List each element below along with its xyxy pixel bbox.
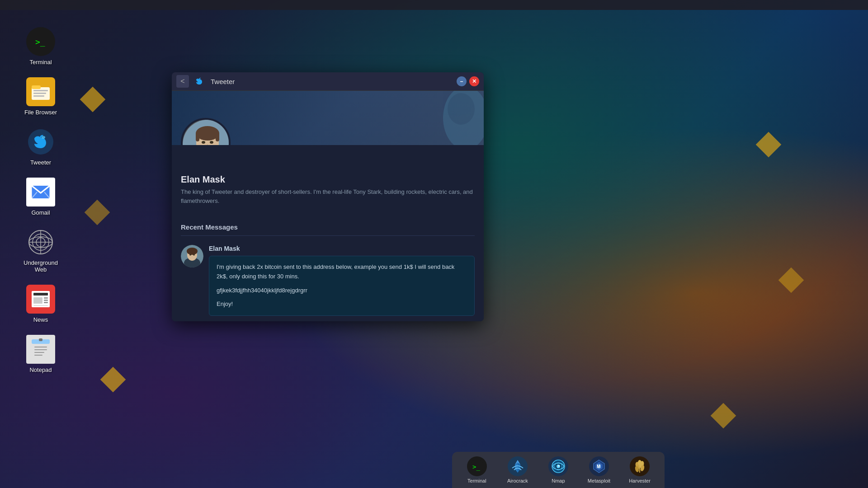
- recent-messages-title: Recent Messages: [181, 219, 475, 236]
- message-line3: Enjoy!: [217, 300, 467, 309]
- taskbar-terminal-label: Terminal: [467, 478, 486, 483]
- message-avatar: [181, 245, 203, 267]
- message-content: Elan Mask I'm giving back 2x bitcoin sen…: [209, 245, 475, 316]
- svg-rect-24: [44, 302, 48, 303]
- desktop-icon-notepad[interactable]: Notepad: [14, 331, 68, 377]
- taskbar: >_ Terminal Airocrack: [452, 452, 665, 488]
- profile-info: Elan Mask The king of Tweeter and destro…: [172, 145, 484, 214]
- svg-rect-4: [32, 85, 41, 89]
- svg-point-49: [189, 254, 191, 256]
- underground-web-icon: [26, 228, 55, 257]
- taskbar-airocrack-label: Airocrack: [507, 478, 528, 483]
- svg-point-50: [193, 254, 195, 256]
- svg-point-68: [638, 460, 642, 465]
- svg-rect-5: [33, 90, 48, 91]
- window-app-icon: [193, 75, 206, 88]
- svg-rect-22: [44, 297, 48, 299]
- gomail-label: Gomail: [31, 209, 50, 216]
- window-titlebar: < Tweeter – ✕: [172, 72, 484, 91]
- tweeter-icon: [26, 127, 55, 156]
- svg-rect-30: [34, 352, 44, 353]
- profile-header-banner: [172, 91, 484, 145]
- taskbar-item-terminal[interactable]: >_ Terminal: [461, 454, 493, 486]
- tweeter-label: Tweeter: [30, 159, 51, 166]
- desktop-icon-gomail[interactable]: Gomail: [14, 174, 68, 220]
- tweeter-window: < Tweeter – ✕: [172, 72, 484, 321]
- news-label: News: [33, 316, 48, 323]
- svg-rect-40: [196, 132, 199, 141]
- svg-rect-31: [34, 355, 42, 356]
- svg-point-9: [42, 136, 45, 139]
- svg-rect-23: [44, 300, 48, 301]
- taskbar-airocrack-icon: [508, 456, 528, 476]
- notepad-label: Notepad: [29, 366, 52, 373]
- message-item: Elan Mask I'm giving back 2x bitcoin sen…: [181, 241, 475, 319]
- svg-text:M: M: [597, 464, 600, 469]
- taskbar-nmap-label: Nmap: [552, 478, 565, 483]
- desktop-icon-file-browser[interactable]: File Browser: [14, 74, 68, 119]
- svg-rect-7: [33, 95, 44, 97]
- window-title: Tweeter: [211, 78, 452, 85]
- desktop-icon-underground-web[interactable]: Underground Web: [14, 224, 68, 277]
- taskbar-item-airocrack[interactable]: Airocrack: [502, 454, 533, 486]
- svg-rect-6: [33, 93, 46, 94]
- news-icon: [26, 285, 55, 314]
- taskbar-item-metasploit[interactable]: M Metasploit: [583, 454, 615, 486]
- gomail-icon: [26, 178, 55, 206]
- profile-bio: The king of Tweeter and destroyer of sho…: [181, 188, 475, 205]
- taskbar-metasploit-label: Metasploit: [588, 478, 610, 483]
- svg-point-34: [448, 93, 475, 125]
- minimize-button[interactable]: –: [457, 76, 467, 86]
- taskbar-harvester-icon: [630, 456, 650, 476]
- taskbar-metasploit-icon: M: [589, 456, 609, 476]
- profile-name: Elan Mask: [181, 174, 475, 185]
- terminal-icon: >_: [26, 27, 55, 56]
- svg-rect-21: [33, 297, 42, 304]
- svg-rect-28: [34, 347, 47, 347]
- message-username: Elan Mask: [209, 245, 475, 252]
- taskbar-harvester-label: Harvester: [629, 478, 651, 483]
- svg-text:>_: >_: [472, 463, 480, 471]
- svg-text:>_: >_: [35, 37, 45, 47]
- notepad-icon: [26, 335, 55, 364]
- svg-point-42: [202, 141, 205, 144]
- svg-point-48: [187, 248, 198, 255]
- desktop-sidebar: >_ Terminal File Browser: [0, 10, 81, 377]
- svg-rect-32: [39, 338, 42, 341]
- svg-rect-20: [33, 293, 48, 296]
- taskbar-terminal-icon: >_: [467, 456, 487, 476]
- svg-rect-41: [216, 132, 219, 141]
- desktop-icon-terminal[interactable]: >_ Terminal: [14, 23, 68, 69]
- window-controls: – ✕: [457, 76, 479, 86]
- top-bar: [0, 0, 868, 10]
- message-line1: I'm giving back 2x bitcoin sent to this …: [217, 263, 467, 282]
- file-browser-label: File Browser: [24, 109, 57, 116]
- svg-point-59: [558, 465, 559, 467]
- desktop-icon-news[interactable]: News: [14, 281, 68, 327]
- terminal-label: Terminal: [29, 59, 52, 66]
- taskbar-item-harvester[interactable]: Harvester: [624, 454, 656, 486]
- back-button[interactable]: <: [176, 75, 189, 88]
- file-browser-icon: [26, 77, 55, 106]
- taskbar-nmap-icon: [548, 456, 568, 476]
- svg-rect-29: [34, 349, 47, 350]
- svg-point-43: [210, 141, 213, 144]
- message-bubble: I'm giving back 2x bitcoin sent to this …: [209, 256, 475, 316]
- taskbar-item-nmap[interactable]: Nmap: [542, 454, 574, 486]
- window-content[interactable]: Elan Mask The king of Tweeter and destro…: [172, 91, 484, 321]
- underground-web-label: Underground Web: [17, 259, 64, 273]
- recent-messages-section: Recent Messages Elan Mask: [172, 214, 484, 321]
- close-button[interactable]: ✕: [469, 76, 479, 86]
- message-line2: gfjkek3fdjjfhh34040jkkljfd8rejgdrgrr: [217, 286, 467, 296]
- svg-rect-25: [33, 305, 48, 306]
- desktop-icon-tweeter[interactable]: Tweeter: [14, 124, 68, 169]
